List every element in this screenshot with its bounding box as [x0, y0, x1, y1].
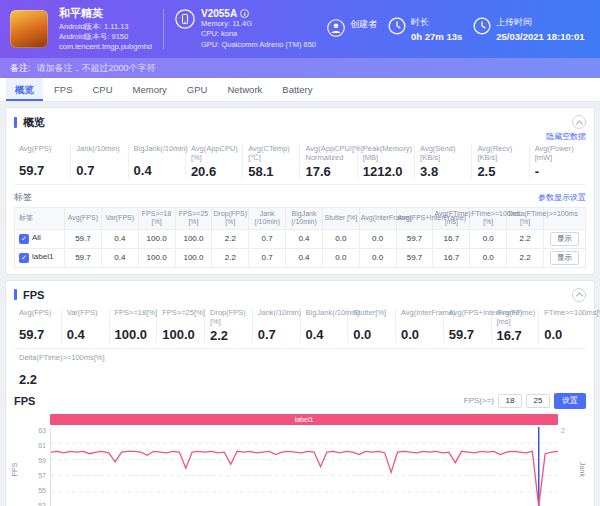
label-band[interactable]: label1	[50, 414, 558, 425]
table-cell: 16.7	[433, 229, 470, 248]
device-icon	[175, 9, 195, 33]
param-display-settings-link[interactable]: 参数显示设置	[538, 192, 586, 203]
table-cell: 59.7	[396, 248, 433, 267]
y-axis-title: FPS	[11, 462, 18, 476]
table-cell: 59.7	[65, 229, 102, 248]
overview-panel: 概览 隐藏空数据 Avg(FPS)59.7Jank(/10min)0.7BigJ…	[5, 107, 595, 275]
remark-bar: 备注: 请加备注，不超过2000个字符	[0, 58, 600, 78]
metric-value: 1212.0	[363, 164, 409, 179]
metric-label: Jank(/10min)	[258, 308, 295, 325]
table-cell: 0.0	[359, 248, 396, 267]
remark-input[interactable]: 请加备注，不超过2000个字符	[37, 62, 156, 75]
metric-value: 3.8	[420, 164, 466, 179]
show-button[interactable]: 显示	[550, 232, 579, 246]
metric-label: Drop(FPS)[%]	[210, 308, 247, 326]
column-header: FTime>=100ms [%]	[470, 208, 507, 230]
label-name-cell: ✓label1	[15, 248, 65, 267]
duration-clock-icon	[388, 17, 406, 39]
metric: Jank(/10min)0.7	[71, 144, 128, 179]
metric: Avg(Send)[KB/s]3.8	[415, 144, 472, 179]
column-header: 标签	[15, 208, 65, 230]
table-cell: 0.0	[322, 248, 359, 267]
app-package-name: com.tencent.tmgp.pubgmhd	[59, 42, 152, 52]
apply-threshold-button[interactable]: 设置	[554, 393, 586, 409]
fps-threshold-input-2[interactable]	[526, 394, 550, 408]
tab-Memory[interactable]: Memory	[124, 78, 176, 101]
fps-line-chart	[51, 427, 558, 506]
creator-icon	[327, 19, 345, 41]
metric-value: 0.0	[401, 327, 438, 342]
table-cell: 16.7	[433, 248, 470, 267]
metric-label: Avg(Send)[KB/s]	[420, 144, 466, 162]
metric-value: -	[535, 164, 581, 179]
collapse-icon[interactable]	[572, 288, 586, 302]
fps-chart-title: FPS	[14, 395, 35, 407]
table-cell: 0.4	[286, 229, 323, 248]
fps-threshold-controls: FPS(>=) 设置	[464, 393, 586, 409]
column-header: Avg(InterFrame)	[359, 208, 396, 230]
tab-Battery[interactable]: Battery	[273, 78, 321, 101]
metric-label: Avg(FPS)	[19, 308, 56, 325]
info-icon[interactable]: i	[240, 9, 249, 18]
y2-axis-ticks: 2	[558, 427, 572, 506]
fps-threshold-input-1[interactable]	[498, 394, 522, 408]
device-cpu: CPU: kona	[201, 29, 316, 39]
overview-metrics: Avg(FPS)59.7Jank(/10min)0.7BigJank(/10mi…	[14, 144, 586, 185]
y-tick: 59	[38, 457, 46, 464]
column-header: Avg(FPS+InterFrame)	[396, 208, 433, 230]
tab-GPU[interactable]: GPU	[178, 78, 217, 101]
metric: Delta(FTime)>=100ms[%]2.2	[14, 353, 144, 387]
column-header: Jank (/10min)	[249, 208, 286, 230]
tab-FPS[interactable]: FPS	[45, 78, 81, 101]
table-cell: 0.0	[359, 229, 396, 248]
metric-value: 0.7	[258, 327, 295, 342]
column-header: Avg(FPS)	[65, 208, 102, 230]
metric-value: 17.6	[305, 164, 351, 179]
y2-axis-title: Jank	[579, 462, 586, 477]
show-button[interactable]: 显示	[550, 251, 579, 265]
creator-block: 创建者	[327, 18, 377, 41]
report-header: 和平精英 Android版本: 1.11.13 Android版本号: 9150…	[0, 0, 600, 58]
metric-label: Stutter[%]	[353, 308, 390, 325]
fps-title: FPS	[23, 289, 44, 301]
tab-概览[interactable]: 概览	[6, 78, 43, 101]
metric: Avg(Recv)[KB/s]2.5	[472, 144, 529, 179]
metric: FPS>=25[%]100.0	[157, 308, 205, 343]
metric-label: Avg(CTemp)[℃]	[248, 144, 294, 162]
plot-area[interactable]	[50, 427, 558, 506]
fps-chart-header: FPS FPS(>=) 设置	[14, 393, 586, 409]
metric: Avg(FPS+InterFrame)59.7	[444, 308, 492, 343]
table-cell: 0.4	[101, 229, 138, 248]
labels-title: 标签	[14, 191, 32, 204]
tab-Network[interactable]: Network	[218, 78, 271, 101]
table-cell: 2.2	[212, 248, 249, 267]
metric: Avg(FPS)59.7	[14, 308, 62, 343]
collapse-icon[interactable]	[572, 115, 586, 129]
row-checkbox[interactable]: ✓	[19, 234, 29, 244]
app-icon	[10, 10, 48, 48]
metric: Jank(/10min)0.7	[253, 308, 301, 343]
metric-label: Delta(FTime)>=100ms[%]	[19, 353, 139, 370]
metric-value: 0.4	[67, 327, 104, 342]
label-name-cell: ✓All	[15, 229, 65, 248]
fps-panel-header: FPS	[14, 287, 586, 303]
metric-value: 0.4	[306, 327, 343, 342]
table-cell: 2.2	[507, 248, 544, 267]
device-memory: Memory: 11.4G	[201, 19, 316, 29]
device-model: V2055A	[201, 8, 237, 19]
creator-label: 创建者	[350, 18, 377, 31]
table-cell: 100.0	[138, 229, 175, 248]
metric-label: FPS>=18[%]	[115, 308, 152, 325]
tab-CPU[interactable]: CPU	[83, 78, 121, 101]
row-checkbox[interactable]: ✓	[19, 253, 29, 263]
tab-bar: 概览FPSCPUMemoryGPUNetworkBattery	[0, 78, 600, 102]
title-accent-bar	[14, 117, 17, 128]
remark-label: 备注:	[10, 62, 31, 75]
app-meta: 和平精英 Android版本: 1.11.13 Android版本号: 9150…	[59, 6, 152, 52]
column-header: FPS>=18 [%]	[138, 208, 175, 230]
hide-empty-data-link[interactable]: 隐藏空数据	[546, 131, 586, 142]
y2-tick: 2	[561, 427, 565, 434]
table-cell: 2.2	[507, 229, 544, 248]
y-tick: 61	[38, 442, 46, 449]
metric: Drop(FPS)[%]2.2	[205, 308, 253, 343]
